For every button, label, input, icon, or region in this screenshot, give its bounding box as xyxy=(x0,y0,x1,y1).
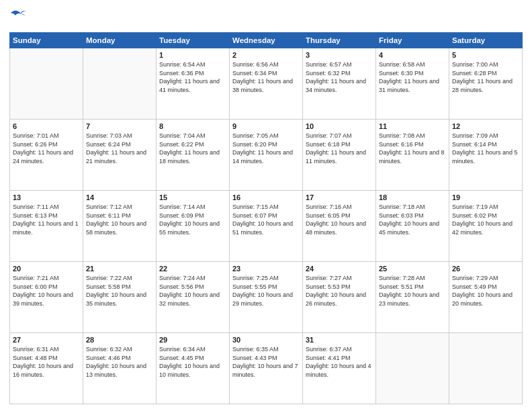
calendar-week-5: 27Sunrise: 6:31 AMSunset: 4:48 PMDayligh… xyxy=(10,333,523,404)
day-number: 6 xyxy=(13,122,80,130)
day-detail: Sunrise: 7:29 AMSunset: 5:49 PMDaylight:… xyxy=(452,274,519,308)
calendar-cell xyxy=(10,48,83,120)
day-number: 2 xyxy=(232,51,300,59)
calendar-cell: 15Sunrise: 7:14 AMSunset: 6:09 PMDayligh… xyxy=(157,191,230,262)
day-number: 15 xyxy=(159,193,226,201)
day-number: 30 xyxy=(232,336,300,344)
day-number: 13 xyxy=(13,193,80,201)
weekday-header-wednesday: Wednesday xyxy=(230,33,303,48)
day-number: 28 xyxy=(86,336,153,344)
day-number: 23 xyxy=(232,265,300,273)
header xyxy=(9,7,523,27)
day-number: 27 xyxy=(13,336,80,344)
calendar-cell: 16Sunrise: 7:15 AMSunset: 6:07 PMDayligh… xyxy=(230,191,303,262)
calendar-cell: 23Sunrise: 7:25 AMSunset: 5:55 PMDayligh… xyxy=(230,262,303,333)
day-number: 9 xyxy=(232,122,300,130)
day-detail: Sunrise: 7:05 AMSunset: 6:20 PMDaylight:… xyxy=(232,132,300,165)
day-detail: Sunrise: 6:35 AMSunset: 4:43 PMDaylight:… xyxy=(232,345,300,379)
weekday-header-saturday: Saturday xyxy=(449,33,523,48)
day-detail: Sunrise: 6:37 AMSunset: 4:41 PMDaylight:… xyxy=(306,345,373,379)
day-number: 26 xyxy=(452,265,519,273)
calendar-cell: 29Sunrise: 6:34 AMSunset: 4:45 PMDayligh… xyxy=(157,333,230,404)
calendar-cell: 7Sunrise: 7:03 AMSunset: 6:24 PMDaylight… xyxy=(83,120,157,191)
day-number: 24 xyxy=(306,265,373,273)
day-detail: Sunrise: 7:12 AMSunset: 6:11 PMDaylight:… xyxy=(86,203,153,236)
calendar-cell: 5Sunrise: 7:00 AMSunset: 6:28 PMDaylight… xyxy=(449,48,523,120)
day-detail: Sunrise: 7:22 AMSunset: 5:58 PMDaylight:… xyxy=(86,274,153,308)
calendar-cell: 14Sunrise: 7:12 AMSunset: 6:11 PMDayligh… xyxy=(83,191,157,262)
calendar-cell: 4Sunrise: 6:58 AMSunset: 6:30 PMDaylight… xyxy=(376,48,449,120)
day-number: 22 xyxy=(159,265,226,273)
calendar-week-1: 1Sunrise: 6:54 AMSunset: 6:36 PMDaylight… xyxy=(10,48,523,120)
calendar-cell: 3Sunrise: 6:57 AMSunset: 6:32 PMDaylight… xyxy=(303,48,376,120)
calendar-cell: 28Sunrise: 6:32 AMSunset: 4:46 PMDayligh… xyxy=(83,333,157,404)
day-detail: Sunrise: 7:11 AMSunset: 6:13 PMDaylight:… xyxy=(13,203,80,236)
calendar-cell: 20Sunrise: 7:21 AMSunset: 6:00 PMDayligh… xyxy=(10,262,83,333)
calendar-table: SundayMondayTuesdayWednesdayThursdayFrid… xyxy=(9,32,523,404)
day-number: 5 xyxy=(452,51,519,59)
calendar-cell: 2Sunrise: 6:56 AMSunset: 6:34 PMDaylight… xyxy=(230,48,303,120)
day-detail: Sunrise: 7:28 AMSunset: 5:51 PMDaylight:… xyxy=(379,274,446,308)
day-number: 3 xyxy=(306,51,373,59)
day-number: 25 xyxy=(379,265,446,273)
weekday-header-friday: Friday xyxy=(376,33,449,48)
calendar-cell: 31Sunrise: 6:37 AMSunset: 4:41 PMDayligh… xyxy=(303,333,376,404)
day-detail: Sunrise: 7:21 AMSunset: 6:00 PMDaylight:… xyxy=(13,274,80,308)
calendar-cell: 22Sunrise: 7:24 AMSunset: 5:56 PMDayligh… xyxy=(157,262,230,333)
day-number: 21 xyxy=(86,265,153,273)
calendar-cell: 18Sunrise: 7:18 AMSunset: 6:03 PMDayligh… xyxy=(376,191,449,262)
day-detail: Sunrise: 6:57 AMSunset: 6:32 PMDaylight:… xyxy=(306,60,373,94)
day-detail: Sunrise: 7:15 AMSunset: 6:07 PMDaylight:… xyxy=(232,203,300,236)
day-detail: Sunrise: 7:07 AMSunset: 6:18 PMDaylight:… xyxy=(306,132,373,165)
calendar-cell: 26Sunrise: 7:29 AMSunset: 5:49 PMDayligh… xyxy=(449,262,523,333)
day-detail: Sunrise: 6:56 AMSunset: 6:34 PMDaylight:… xyxy=(232,60,300,94)
day-detail: Sunrise: 7:03 AMSunset: 6:24 PMDaylight:… xyxy=(86,132,153,165)
day-number: 18 xyxy=(379,193,446,201)
day-number: 11 xyxy=(379,122,446,130)
calendar-week-4: 20Sunrise: 7:21 AMSunset: 6:00 PMDayligh… xyxy=(10,262,523,333)
day-number: 8 xyxy=(159,122,226,130)
calendar-cell xyxy=(449,333,523,404)
day-number: 19 xyxy=(452,193,519,201)
day-detail: Sunrise: 6:58 AMSunset: 6:30 PMDaylight:… xyxy=(379,60,446,94)
calendar-cell: 19Sunrise: 7:19 AMSunset: 6:02 PMDayligh… xyxy=(449,191,523,262)
day-detail: Sunrise: 6:54 AMSunset: 6:36 PMDaylight:… xyxy=(159,60,226,94)
day-number: 17 xyxy=(306,193,373,201)
day-detail: Sunrise: 7:00 AMSunset: 6:28 PMDaylight:… xyxy=(452,60,519,94)
day-detail: Sunrise: 6:31 AMSunset: 4:48 PMDaylight:… xyxy=(13,345,80,379)
day-number: 20 xyxy=(13,265,80,273)
day-detail: Sunrise: 7:24 AMSunset: 5:56 PMDaylight:… xyxy=(159,274,226,308)
weekday-header-sunday: Sunday xyxy=(10,33,83,48)
weekday-header-row: SundayMondayTuesdayWednesdayThursdayFrid… xyxy=(10,33,523,48)
calendar-cell: 24Sunrise: 7:27 AMSunset: 5:53 PMDayligh… xyxy=(303,262,376,333)
calendar-cell: 27Sunrise: 6:31 AMSunset: 4:48 PMDayligh… xyxy=(10,333,83,404)
day-detail: Sunrise: 7:09 AMSunset: 6:14 PMDaylight:… xyxy=(452,132,519,165)
calendar-cell: 13Sunrise: 7:11 AMSunset: 6:13 PMDayligh… xyxy=(10,191,83,262)
day-detail: Sunrise: 7:08 AMSunset: 6:16 PMDaylight:… xyxy=(379,132,446,165)
calendar-cell: 11Sunrise: 7:08 AMSunset: 6:16 PMDayligh… xyxy=(376,120,449,191)
day-detail: Sunrise: 7:01 AMSunset: 6:26 PMDaylight:… xyxy=(13,132,80,165)
calendar-week-2: 6Sunrise: 7:01 AMSunset: 6:26 PMDaylight… xyxy=(10,120,523,191)
calendar-cell: 6Sunrise: 7:01 AMSunset: 6:26 PMDaylight… xyxy=(10,120,83,191)
calendar-cell: 9Sunrise: 7:05 AMSunset: 6:20 PMDaylight… xyxy=(230,120,303,191)
calendar-cell xyxy=(83,48,157,120)
page: SundayMondayTuesdayWednesdayThursdayFrid… xyxy=(0,0,532,411)
calendar-cell: 10Sunrise: 7:07 AMSunset: 6:18 PMDayligh… xyxy=(303,120,376,191)
day-number: 4 xyxy=(379,51,446,59)
weekday-header-monday: Monday xyxy=(83,33,157,48)
day-number: 1 xyxy=(159,51,226,59)
day-number: 10 xyxy=(306,122,373,130)
calendar-cell xyxy=(376,333,449,404)
calendar-cell: 12Sunrise: 7:09 AMSunset: 6:14 PMDayligh… xyxy=(449,120,523,191)
day-detail: Sunrise: 6:34 AMSunset: 4:45 PMDaylight:… xyxy=(159,345,226,379)
calendar-cell: 25Sunrise: 7:28 AMSunset: 5:51 PMDayligh… xyxy=(376,262,449,333)
weekday-header-tuesday: Tuesday xyxy=(157,33,230,48)
logo-bird-icon xyxy=(9,7,30,27)
day-number: 12 xyxy=(452,122,519,130)
day-detail: Sunrise: 7:27 AMSunset: 5:53 PMDaylight:… xyxy=(306,274,373,308)
weekday-header-thursday: Thursday xyxy=(303,33,376,48)
calendar-cell: 1Sunrise: 6:54 AMSunset: 6:36 PMDaylight… xyxy=(157,48,230,120)
day-number: 31 xyxy=(306,336,373,344)
calendar-cell: 30Sunrise: 6:35 AMSunset: 4:43 PMDayligh… xyxy=(230,333,303,404)
calendar-week-3: 13Sunrise: 7:11 AMSunset: 6:13 PMDayligh… xyxy=(10,191,523,262)
